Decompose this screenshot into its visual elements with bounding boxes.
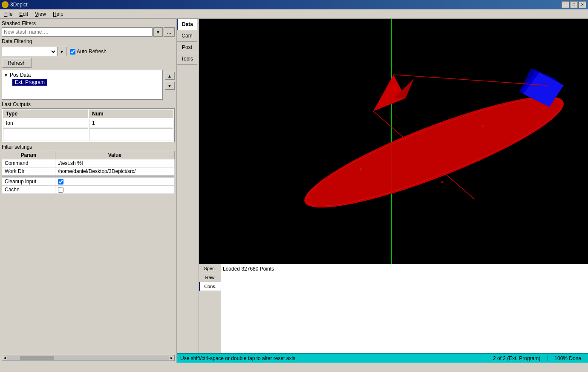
console-text: Loaded 327680 Points xyxy=(223,266,586,272)
fs-param-cache: Cache xyxy=(2,186,55,194)
menu-file[interactable]: File xyxy=(1,10,16,18)
svg-point-14 xyxy=(482,125,484,127)
bottom-panel: Spec. Raw Cons. Loaded 327680 Points xyxy=(199,264,588,353)
fs-value-cleanup xyxy=(55,178,174,186)
lo-num-cell: 1 xyxy=(89,119,173,127)
svg-point-15 xyxy=(441,181,443,183)
status-mid-text: 2 of 2 (Ext. Program) xyxy=(486,355,547,361)
move-down-button[interactable]: ▼ xyxy=(164,81,175,90)
horizontal-scrollbar[interactable]: ◄ ► xyxy=(2,355,175,361)
maximize-button[interactable]: □ xyxy=(570,1,578,8)
fs-col-param: Param xyxy=(2,151,55,159)
app-icon xyxy=(2,1,9,8)
bottom-tab-bar: Spec. Raw Cons. xyxy=(199,264,221,353)
svg-point-0 xyxy=(3,3,7,7)
status-left-text: Use shift/ctrl-space or double tap to al… xyxy=(177,355,486,361)
fs-col-value: Value xyxy=(55,151,174,159)
tree-node-pos-data: ▼ Pos Data xyxy=(4,72,161,78)
refresh-button[interactable]: Refresh xyxy=(2,58,32,68)
fs-value-command: ./test.sh %l xyxy=(55,159,174,167)
filter-select[interactable] xyxy=(2,47,57,56)
scroll-thumb[interactable] xyxy=(20,356,54,360)
stash-row: ▼ ... xyxy=(2,27,175,37)
right-tabs-container: Data Cam Post Tools xyxy=(177,19,588,353)
status-bar: Use shift/ctrl-space or double tap to al… xyxy=(177,353,588,363)
fs-param-command: Command xyxy=(2,159,55,167)
tab-post[interactable]: Post xyxy=(177,42,197,53)
table-row: Cleanup input xyxy=(2,178,175,186)
tab-cons[interactable]: Cons. xyxy=(199,282,221,291)
title-bar: 3Depict — □ ✕ xyxy=(0,0,588,9)
lo-col-type: Type xyxy=(3,110,88,118)
filter-dropdown: ▼ xyxy=(2,47,66,56)
tree-node-label: Pos Data xyxy=(10,72,31,78)
stashed-filters-label: Stashed Filters xyxy=(2,20,175,26)
table-row: Work Dir /home/daniel/Desktop/3Depict/sr… xyxy=(2,167,175,176)
scroll-right-arrow[interactable]: ► xyxy=(169,355,174,360)
filter-settings-label: Filter settings xyxy=(2,144,175,150)
tab-cam[interactable]: Cam xyxy=(177,30,197,42)
tab-raw[interactable]: Raw xyxy=(199,273,221,282)
close-button[interactable]: ✕ xyxy=(579,1,586,8)
filter-dropdown-button[interactable]: ▼ xyxy=(57,47,66,56)
auto-refresh-checkbox[interactable] xyxy=(70,49,75,55)
cleanup-input-checkbox[interactable] xyxy=(58,179,63,185)
fs-value-workdir: /home/daniel/Desktop/3Depict/src/ xyxy=(55,167,174,176)
scroll-left-arrow[interactable]: ◄ xyxy=(2,355,7,360)
tree-child-ext-program: Ext. Program xyxy=(12,79,161,86)
data-filtering-row: Data Filtering xyxy=(2,38,175,45)
tab-spec[interactable]: Spec. xyxy=(199,264,221,273)
table-row: Cache xyxy=(2,186,175,194)
lo-col-num: Num xyxy=(89,110,173,118)
menu-bar: File Edit View Help xyxy=(0,9,588,19)
minimize-button[interactable]: — xyxy=(562,1,569,8)
filter-settings-section: Filter settings Param Value Command ./te… xyxy=(2,144,175,354)
3d-viewport[interactable] xyxy=(199,19,588,264)
filter-controls-row: ▼ Pos Data Ext. Program ▲ ▼ xyxy=(2,70,175,100)
auto-refresh-checkbox-container: Auto Refresh xyxy=(70,49,107,55)
left-panel: Stashed Filters ▼ ... Data Filtering ▼ A… xyxy=(0,19,177,363)
filter-move-buttons: ▲ ▼ xyxy=(164,70,175,100)
ext-program-item[interactable]: Ext. Program xyxy=(12,79,47,86)
svg-point-13 xyxy=(360,168,363,170)
right-panel: Data Cam Post Tools xyxy=(177,19,588,363)
refresh-area: Refresh xyxy=(2,58,175,68)
table-row-empty xyxy=(3,128,173,141)
cache-checkbox[interactable] xyxy=(58,187,63,193)
last-outputs-label: Last Outputs xyxy=(2,101,175,107)
table-row: Command ./test.sh %l xyxy=(2,159,175,167)
last-outputs-section: Last Outputs Type Num Ion 1 xyxy=(2,101,175,142)
console-content: Loaded 327680 Points xyxy=(221,264,588,353)
right-tab-bar: Data Cam Post Tools xyxy=(177,19,199,353)
tab-data[interactable]: Data xyxy=(177,19,197,30)
auto-refresh-label: Auto Refresh xyxy=(77,49,107,55)
table-row: Ion 1 xyxy=(3,119,173,127)
stash-more-button[interactable]: ... xyxy=(164,27,175,37)
stash-name-input[interactable] xyxy=(2,27,153,37)
filter-settings-table: Param Value Command ./test.sh %l Work Di… xyxy=(2,151,175,194)
fs-value-cache xyxy=(55,186,174,194)
status-right-text: 100% Done xyxy=(547,355,588,361)
fs-param-cleanup: Cleanup input xyxy=(2,178,55,186)
menu-view[interactable]: View xyxy=(32,10,49,18)
move-up-button[interactable]: ▲ xyxy=(164,72,175,80)
tree-expand-icon[interactable]: ▼ xyxy=(4,73,8,78)
lo-type-cell: Ion xyxy=(3,119,88,127)
tab-tools[interactable]: Tools xyxy=(177,53,197,65)
app-title: 3Depict xyxy=(10,2,28,8)
filter-tree: ▼ Pos Data Ext. Program xyxy=(2,70,163,100)
menu-help[interactable]: Help xyxy=(49,10,67,18)
last-outputs-table: Type Num Ion 1 xyxy=(2,108,175,142)
data-filtering-label: Data Filtering xyxy=(2,38,32,44)
filter-controls: ▼ Auto Refresh xyxy=(2,47,175,56)
scene-svg xyxy=(199,19,588,264)
scroll-track[interactable] xyxy=(7,356,169,360)
menu-edit[interactable]: Edit xyxy=(16,10,32,18)
stash-dropdown-button[interactable]: ▼ xyxy=(153,27,163,37)
fs-param-workdir: Work Dir xyxy=(2,167,55,176)
